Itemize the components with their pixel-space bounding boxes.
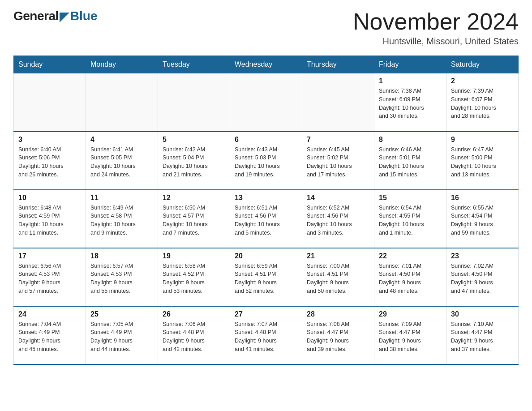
calendar-cell: 6Sunrise: 6:43 AM Sunset: 5:03 PM Daylig… <box>230 132 302 190</box>
day-info: Sunrise: 7:38 AM Sunset: 6:09 PM Dayligh… <box>379 87 442 120</box>
day-info: Sunrise: 6:58 AM Sunset: 4:52 PM Dayligh… <box>163 262 225 295</box>
day-number: 8 <box>379 136 442 144</box>
day-info: Sunrise: 7:05 AM Sunset: 4:49 PM Dayligh… <box>90 320 153 354</box>
calendar-week-3: 10Sunrise: 6:48 AM Sunset: 4:59 PM Dayli… <box>14 190 519 248</box>
page-subtitle: Huntsville, Missouri, United States <box>353 36 519 47</box>
calendar-cell: 28Sunrise: 7:08 AM Sunset: 4:47 PM Dayli… <box>302 306 374 364</box>
logo-general-text: General <box>13 9 59 23</box>
day-number: 28 <box>307 310 369 318</box>
day-number: 22 <box>379 252 442 260</box>
day-info: Sunrise: 6:41 AM Sunset: 5:05 PM Dayligh… <box>90 146 153 179</box>
day-info: Sunrise: 7:01 AM Sunset: 4:50 PM Dayligh… <box>379 262 442 295</box>
day-number: 23 <box>451 252 514 260</box>
calendar-cell: 7Sunrise: 6:45 AM Sunset: 5:02 PM Daylig… <box>302 132 374 190</box>
day-info: Sunrise: 6:45 AM Sunset: 5:02 PM Dayligh… <box>307 146 369 179</box>
calendar-cell: 12Sunrise: 6:50 AM Sunset: 4:57 PM Dayli… <box>158 190 230 248</box>
day-info: Sunrise: 6:47 AM Sunset: 5:00 PM Dayligh… <box>451 146 514 179</box>
page-title: November 2024 <box>353 9 519 34</box>
calendar-cell: 24Sunrise: 7:04 AM Sunset: 4:49 PM Dayli… <box>14 306 86 364</box>
calendar-cell: 1Sunrise: 7:38 AM Sunset: 6:09 PM Daylig… <box>374 73 446 132</box>
calendar-week-1: 1Sunrise: 7:38 AM Sunset: 6:09 PM Daylig… <box>14 73 519 132</box>
day-number: 5 <box>163 136 225 144</box>
day-number: 14 <box>307 194 369 202</box>
day-number: 6 <box>235 136 297 144</box>
calendar-week-4: 17Sunrise: 6:56 AM Sunset: 4:53 PM Dayli… <box>14 248 519 306</box>
day-number: 7 <box>307 136 369 144</box>
weekday-header-tuesday: Tuesday <box>158 56 230 73</box>
day-number: 9 <box>451 136 514 144</box>
calendar-cell <box>158 73 230 132</box>
day-number: 10 <box>18 194 81 202</box>
calendar-cell: 11Sunrise: 6:49 AM Sunset: 4:58 PM Dayli… <box>86 190 158 248</box>
day-info: Sunrise: 7:06 AM Sunset: 4:48 PM Dayligh… <box>163 320 225 354</box>
weekday-header-saturday: Saturday <box>446 56 519 73</box>
svg-marker-0 <box>60 13 69 22</box>
day-number: 4 <box>90 136 153 144</box>
calendar-cell: 4Sunrise: 6:41 AM Sunset: 5:05 PM Daylig… <box>86 132 158 190</box>
day-info: Sunrise: 7:09 AM Sunset: 4:47 PM Dayligh… <box>379 320 442 354</box>
calendar-cell: 29Sunrise: 7:09 AM Sunset: 4:47 PM Dayli… <box>374 306 446 364</box>
calendar-table: SundayMondayTuesdayWednesdayThursdayFrid… <box>13 56 519 365</box>
day-number: 26 <box>163 310 225 318</box>
logo-text: General Blue <box>13 9 97 23</box>
calendar-cell <box>14 73 86 132</box>
day-info: Sunrise: 7:00 AM Sunset: 4:51 PM Dayligh… <box>307 262 369 295</box>
calendar-cell: 20Sunrise: 6:59 AM Sunset: 4:51 PM Dayli… <box>230 248 302 306</box>
calendar-week-5: 24Sunrise: 7:04 AM Sunset: 4:49 PM Dayli… <box>14 306 519 364</box>
calendar-cell: 27Sunrise: 7:07 AM Sunset: 4:48 PM Dayli… <box>230 306 302 364</box>
logo-blue-text: Blue <box>70 9 98 23</box>
day-info: Sunrise: 6:46 AM Sunset: 5:01 PM Dayligh… <box>379 146 442 179</box>
logo-triangle-icon <box>60 13 69 22</box>
calendar-cell: 5Sunrise: 6:42 AM Sunset: 5:04 PM Daylig… <box>158 132 230 190</box>
day-number: 24 <box>18 310 81 318</box>
day-info: Sunrise: 6:52 AM Sunset: 4:56 PM Dayligh… <box>307 204 369 237</box>
day-info: Sunrise: 6:48 AM Sunset: 4:59 PM Dayligh… <box>18 204 81 237</box>
calendar-cell: 8Sunrise: 6:46 AM Sunset: 5:01 PM Daylig… <box>374 132 446 190</box>
day-number: 11 <box>90 194 153 202</box>
calendar-cell: 16Sunrise: 6:55 AM Sunset: 4:54 PM Dayli… <box>446 190 519 248</box>
day-info: Sunrise: 6:50 AM Sunset: 4:57 PM Dayligh… <box>163 204 225 237</box>
day-info: Sunrise: 7:04 AM Sunset: 4:49 PM Dayligh… <box>18 320 81 354</box>
calendar-cell: 14Sunrise: 6:52 AM Sunset: 4:56 PM Dayli… <box>302 190 374 248</box>
day-info: Sunrise: 6:42 AM Sunset: 5:04 PM Dayligh… <box>163 146 225 179</box>
calendar-cell: 9Sunrise: 6:47 AM Sunset: 5:00 PM Daylig… <box>446 132 519 190</box>
day-number: 20 <box>235 252 297 260</box>
calendar-cell: 17Sunrise: 6:56 AM Sunset: 4:53 PM Dayli… <box>14 248 86 306</box>
day-number: 3 <box>18 136 81 144</box>
calendar-cell: 2Sunrise: 7:39 AM Sunset: 6:07 PM Daylig… <box>446 73 519 132</box>
calendar-cell: 3Sunrise: 6:40 AM Sunset: 5:06 PM Daylig… <box>14 132 86 190</box>
day-info: Sunrise: 6:57 AM Sunset: 4:53 PM Dayligh… <box>90 262 153 295</box>
calendar-header: SundayMondayTuesdayWednesdayThursdayFrid… <box>14 56 519 73</box>
calendar-cell: 23Sunrise: 7:02 AM Sunset: 4:50 PM Dayli… <box>446 248 519 306</box>
day-info: Sunrise: 6:43 AM Sunset: 5:03 PM Dayligh… <box>235 146 297 179</box>
day-number: 2 <box>451 77 514 85</box>
day-number: 19 <box>163 252 225 260</box>
weekday-header-sunday: Sunday <box>14 56 86 73</box>
calendar-cell <box>230 73 302 132</box>
day-number: 13 <box>235 194 297 202</box>
weekday-header-monday: Monday <box>86 56 158 73</box>
calendar-cell: 21Sunrise: 7:00 AM Sunset: 4:51 PM Dayli… <box>302 248 374 306</box>
day-info: Sunrise: 7:02 AM Sunset: 4:50 PM Dayligh… <box>451 262 514 295</box>
day-info: Sunrise: 6:54 AM Sunset: 4:55 PM Dayligh… <box>379 204 442 237</box>
calendar-cell: 22Sunrise: 7:01 AM Sunset: 4:50 PM Dayli… <box>374 248 446 306</box>
day-info: Sunrise: 6:49 AM Sunset: 4:58 PM Dayligh… <box>90 204 153 237</box>
weekday-header-wednesday: Wednesday <box>230 56 302 73</box>
calendar-cell <box>302 73 374 132</box>
day-number: 12 <box>163 194 225 202</box>
weekday-header-row: SundayMondayTuesdayWednesdayThursdayFrid… <box>14 56 519 73</box>
day-info: Sunrise: 7:07 AM Sunset: 4:48 PM Dayligh… <box>235 320 297 354</box>
calendar-week-2: 3Sunrise: 6:40 AM Sunset: 5:06 PM Daylig… <box>14 132 519 190</box>
day-info: Sunrise: 6:51 AM Sunset: 4:56 PM Dayligh… <box>235 204 297 237</box>
day-number: 15 <box>379 194 442 202</box>
weekday-header-thursday: Thursday <box>302 56 374 73</box>
day-number: 21 <box>307 252 369 260</box>
day-number: 30 <box>451 310 514 318</box>
calendar-cell: 30Sunrise: 7:10 AM Sunset: 4:47 PM Dayli… <box>446 306 519 364</box>
calendar-cell <box>86 73 158 132</box>
calendar-body: 1Sunrise: 7:38 AM Sunset: 6:09 PM Daylig… <box>14 73 519 364</box>
weekday-header-friday: Friday <box>374 56 446 73</box>
calendar-cell: 25Sunrise: 7:05 AM Sunset: 4:49 PM Dayli… <box>86 306 158 364</box>
day-info: Sunrise: 7:08 AM Sunset: 4:47 PM Dayligh… <box>307 320 369 354</box>
day-info: Sunrise: 6:40 AM Sunset: 5:06 PM Dayligh… <box>18 146 81 179</box>
